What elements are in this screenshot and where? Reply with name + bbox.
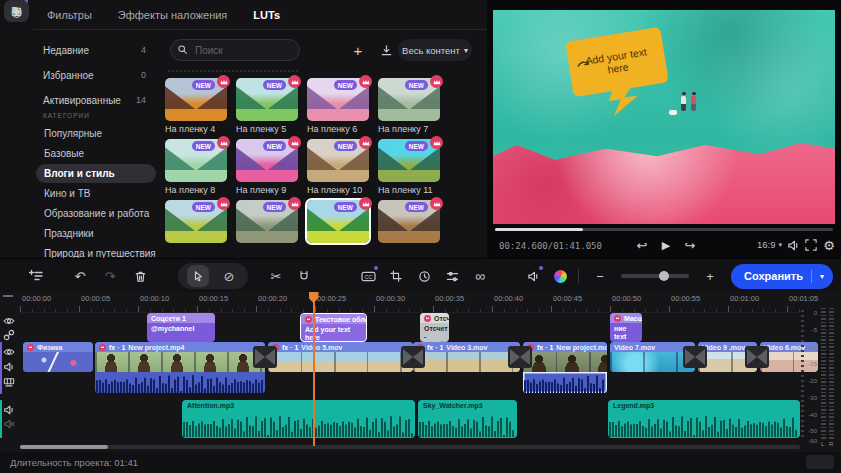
lut-item[interactable]: NEW На пленку 7 bbox=[378, 78, 440, 134]
lut-thumbnail[interactable]: NEW bbox=[307, 78, 369, 121]
lut-item[interactable]: NEW На пленку 9 bbox=[236, 139, 298, 195]
quick-filter-item[interactable]: Активированные 14 bbox=[43, 90, 146, 110]
category-item[interactable]: Влоги и стиль bbox=[36, 164, 156, 183]
lut-thumbnail[interactable]: NEW bbox=[165, 78, 227, 121]
category-item[interactable]: Образование и работа bbox=[36, 204, 156, 223]
timeline-horizontal-scrollbar[interactable] bbox=[20, 445, 800, 449]
volume-icon[interactable] bbox=[784, 236, 802, 254]
delete-icon[interactable] bbox=[130, 266, 150, 286]
search-input[interactable] bbox=[170, 39, 300, 61]
audio-clip[interactable]: Attention.mp3 bbox=[182, 400, 415, 438]
zoom-slider-knob[interactable] bbox=[659, 271, 669, 281]
lut-thumbnail[interactable]: NEW bbox=[236, 139, 298, 182]
title-clip[interactable]: Масштаб ние text here bbox=[610, 313, 642, 342]
video-clip[interactable]: fx · 1 New project.mov bbox=[523, 342, 607, 393]
video-track-options-icon[interactable] bbox=[3, 377, 15, 388]
tab[interactable]: Эффекты наложения bbox=[118, 9, 227, 21]
category-item[interactable]: Кино и ТВ bbox=[36, 184, 156, 203]
video-track-volume-icon[interactable] bbox=[3, 361, 15, 373]
transition-icon[interactable] bbox=[253, 346, 277, 368]
timeline-tracks-area[interactable]: 00:00:00 00:00:05 00:00:10 00:00:15 00:0… bbox=[20, 292, 800, 452]
lut-item[interactable]: NEW На пленку 5 bbox=[236, 78, 298, 134]
audio-mixer-icon[interactable] bbox=[523, 266, 543, 286]
video-track-visibility-eye-icon[interactable] bbox=[3, 347, 15, 357]
transition-icon[interactable] bbox=[683, 346, 707, 368]
lut-thumbnail[interactable]: NEW bbox=[165, 139, 227, 182]
color-wheel-icon[interactable] bbox=[554, 270, 567, 283]
zoom-in-button[interactable]: + bbox=[700, 266, 720, 286]
lut-item[interactable]: NEW На пленку 11 bbox=[378, 139, 440, 195]
lut-item[interactable]: NEW На пленку 6 bbox=[307, 78, 369, 134]
lut-thumbnail[interactable]: NEW bbox=[307, 200, 369, 243]
corner-resize-box[interactable] bbox=[806, 455, 834, 469]
lut-item[interactable]: NEW На пленку 10 bbox=[307, 139, 369, 195]
lut-item[interactable]: NEW На пленку 4 bbox=[165, 78, 227, 134]
playhead[interactable] bbox=[313, 292, 315, 446]
add-track-icon[interactable] bbox=[26, 266, 46, 286]
lut-item[interactable]: NEW bbox=[307, 200, 369, 246]
video-clip[interactable]: Физика bbox=[23, 342, 93, 372]
seek-bar[interactable] bbox=[495, 228, 833, 231]
transition-infinity-icon[interactable]: ∞ bbox=[470, 266, 490, 286]
lut-item[interactable]: NEW bbox=[165, 200, 227, 246]
audio-track-mute-icon[interactable] bbox=[3, 418, 15, 430]
fullscreen-icon[interactable] bbox=[802, 236, 820, 254]
lut-item[interactable]: NEW bbox=[378, 200, 440, 246]
subtitles-cc-icon[interactable]: CC bbox=[358, 266, 378, 286]
title-clip[interactable]: Отсч Отсчет - яркий bbox=[420, 313, 449, 342]
transition-icon[interactable] bbox=[745, 346, 769, 368]
titles-track-visibility-eye-icon[interactable] bbox=[3, 316, 15, 326]
lut-item[interactable]: NEW На пленку 8 bbox=[165, 139, 227, 195]
quick-filter-item[interactable]: Недавние 4 bbox=[43, 40, 146, 60]
player-settings-gear-icon[interactable]: ⚙ bbox=[820, 236, 838, 254]
timeline-zoom-slider[interactable] bbox=[621, 274, 689, 278]
tab[interactable]: Фильтры bbox=[47, 9, 92, 21]
aspect-ratio-dropdown[interactable]: 16:9 ▾ bbox=[757, 239, 782, 250]
video-preview[interactable]: Add your text here bbox=[493, 10, 835, 224]
skip-forward-icon[interactable]: ↪ bbox=[681, 236, 699, 254]
adjustments-sliders-icon[interactable] bbox=[442, 266, 462, 286]
video-clip[interactable]: fx · 1 Video 5.mov bbox=[268, 342, 413, 372]
download-icon[interactable] bbox=[376, 39, 396, 61]
lut-thumbnail[interactable]: NEW bbox=[165, 200, 227, 243]
transition-icon[interactable] bbox=[508, 346, 532, 368]
lut-thumbnail[interactable]: NEW bbox=[307, 139, 369, 182]
speed-clock-icon[interactable] bbox=[414, 266, 434, 286]
add-content-button[interactable]: + bbox=[348, 39, 368, 61]
undo-icon[interactable]: ↶ bbox=[70, 266, 90, 286]
tab[interactable]: LUTs bbox=[253, 9, 280, 21]
title-clip[interactable]: Текстовое облак Add your text here bbox=[300, 313, 367, 342]
skip-back-icon[interactable]: ↩ bbox=[633, 236, 651, 254]
audio-clip[interactable]: Legend.mp3 bbox=[608, 400, 800, 438]
titles-track-link-icon[interactable] bbox=[3, 329, 15, 341]
split-scissors-icon[interactable]: ✂ bbox=[266, 266, 286, 286]
video-clip[interactable]: fx · 1 Video 3.mov bbox=[413, 342, 520, 372]
lut-thumbnail[interactable]: NEW bbox=[378, 139, 440, 182]
scrollbar-thumb[interactable] bbox=[20, 445, 108, 449]
content-filter-dropdown[interactable]: Весь контент ▾ bbox=[398, 39, 472, 61]
quick-filter-item[interactable]: Избранное 0 bbox=[43, 65, 146, 85]
audio-clip[interactable]: Sky_Watcher.mp3 bbox=[418, 400, 517, 438]
category-item[interactable]: Праздники bbox=[36, 224, 156, 243]
audio-track-volume-icon[interactable] bbox=[3, 404, 15, 416]
magnet-icon[interactable] bbox=[294, 266, 314, 286]
lut-item[interactable]: NEW bbox=[236, 200, 298, 246]
disable-clip-icon[interactable]: ⊘ bbox=[219, 266, 239, 286]
text-callout-bubble[interactable]: Add your text here bbox=[565, 27, 669, 97]
lut-thumbnail[interactable]: NEW bbox=[236, 200, 298, 243]
redo-icon[interactable]: ↷ bbox=[100, 266, 120, 286]
play-button[interactable]: ▶ bbox=[657, 236, 675, 254]
zoom-out-button[interactable]: − bbox=[590, 266, 610, 286]
collapse-handle[interactable] bbox=[3, 295, 13, 297]
lut-thumbnail[interactable]: NEW bbox=[378, 78, 440, 121]
category-item[interactable]: Популярные bbox=[36, 124, 156, 143]
rail-icon-button[interactable]: ⊞ bbox=[4, 0, 29, 22]
title-clip[interactable]: Соцсети 1 @mychannel bbox=[147, 313, 215, 342]
timeline-ruler[interactable]: 00:00:00 00:00:05 00:00:10 00:00:15 00:0… bbox=[20, 292, 800, 313]
crop-icon[interactable] bbox=[386, 266, 406, 286]
video-clip[interactable]: fx · 1 New project.mp4 bbox=[95, 342, 265, 393]
transition-icon[interactable] bbox=[401, 346, 425, 368]
save-button[interactable]: Сохранить ▾ bbox=[731, 264, 833, 289]
category-item[interactable]: Базовые bbox=[36, 144, 156, 163]
select-cursor-icon[interactable] bbox=[187, 265, 209, 287]
